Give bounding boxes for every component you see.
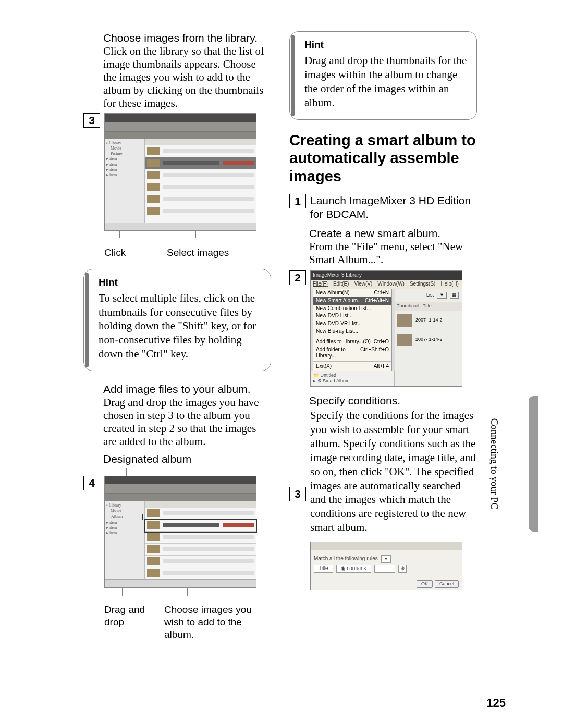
- r-step2-text: From the "File" menu, select "New Smart …: [309, 240, 477, 266]
- dlg-cancel-button[interactable]: Cancel: [435, 580, 459, 588]
- row-date-2: 2007- 1-14-2: [415, 337, 443, 343]
- dlg-field-op[interactable]: ◉ contains: [336, 565, 371, 573]
- hint-text: To select multiple files, click on the t…: [99, 291, 261, 361]
- r-step2-number: 2: [289, 270, 306, 285]
- r-step3-number: 3: [289, 487, 306, 501]
- ss-window-title: ImageMixer 3 Library: [311, 271, 462, 280]
- r-step3-screenshot: Match all the following rules ▾ Title ◉ …: [310, 542, 462, 590]
- step3-callout-lines: [104, 231, 255, 241]
- step4-callout-drag: Drag and drop: [104, 603, 164, 629]
- side-tab: Connecting to your PC: [527, 396, 538, 532]
- step4-text: Drag and drop the images you have chosen…: [103, 396, 271, 448]
- row-date-1: 2007- 1-14-2: [415, 317, 443, 324]
- step4-callout-choose: Choose images you wish to add to the alb…: [164, 603, 271, 641]
- dlg-field-title[interactable]: Title: [314, 565, 333, 573]
- step3-callout-click: Click: [104, 246, 146, 259]
- menu-add-files[interactable]: Add files to Library...(O)Ctrl+O: [313, 338, 391, 346]
- sidebar-smart-album[interactable]: ▸ ⚙ Smart Album: [313, 378, 391, 385]
- menu-new-bluray[interactable]: New Blu-ray List...: [313, 328, 391, 336]
- menu-new-album[interactable]: New Album(N)Ctrl+N: [313, 289, 391, 297]
- r-step1-number: 1: [289, 194, 306, 208]
- step3-callout-select: Select images: [146, 246, 271, 259]
- step3-number: 3: [83, 113, 100, 128]
- col-title: Title: [423, 303, 432, 310]
- step4-number: 4: [83, 476, 100, 490]
- menu-new-dvd[interactable]: New DVD List...: [313, 312, 391, 320]
- menu-exit[interactable]: Exit(X)Alt+F4: [313, 363, 391, 371]
- r-step3-title: Specify conditions.: [309, 394, 477, 408]
- menu-new-smart-album[interactable]: New Smart Album...Ctrl+Alt+N: [313, 297, 391, 305]
- sidebar-untitled[interactable]: 📁 Untitled: [313, 373, 391, 379]
- side-tab-label: Connecting to your PC: [489, 418, 500, 510]
- step3-text: Click on the library so that the list of…: [103, 45, 271, 110]
- col-thumbnail: Thumbnail: [397, 303, 423, 310]
- step4-top-pointer: [103, 468, 275, 476]
- dlg-field-value[interactable]: [374, 565, 395, 573]
- list-label: List: [426, 292, 434, 299]
- r-step2-title: Create a new smart album.: [309, 227, 477, 240]
- right-column: Hint Drag and drop the thumbnails for th…: [289, 31, 477, 646]
- menubar-settings[interactable]: Settings(S): [410, 281, 435, 288]
- step4-screenshot: ▪ Library Movie Album ▸ item ▸ item ▸ it…: [104, 476, 256, 588]
- section-heading: Creating a smart album to automatically …: [289, 131, 477, 186]
- step4-title: Add image files to your album.: [103, 382, 271, 396]
- hint-title-right: Hint: [304, 39, 467, 51]
- menu-new-dvdvr[interactable]: New DVD-VR List...: [313, 320, 391, 328]
- hint-box-right: Hint Drag and drop the thumbnails for th…: [289, 31, 477, 120]
- left-column: Choose images from the library. Click on…: [83, 31, 271, 646]
- menu-add-folder[interactable]: Add folder to Library...Ctrl+Shift+O: [313, 346, 391, 361]
- r-step3-text: Specify the conditions for the images yo…: [310, 409, 477, 535]
- r-step1-text: Launch ImageMixer 3 HD Edition for BDCAM…: [310, 194, 471, 220]
- step3-screenshot: ▪ Library Movie Picture ▸ item ▸ item ▸ …: [104, 113, 256, 231]
- dlg-ok-button[interactable]: OK: [417, 580, 433, 588]
- menubar-file[interactable]: File(F): [313, 281, 328, 288]
- hint-title: Hint: [99, 277, 261, 288]
- hint-text-right: Drag and drop the thumbnails for the ima…: [304, 54, 467, 110]
- step3-title: Choose images from the library.: [103, 31, 271, 45]
- dropdown-icon[interactable]: ▼: [437, 292, 447, 299]
- menubar-help[interactable]: Help(H): [440, 281, 458, 288]
- dlg-add-row-icon[interactable]: ⊕: [398, 565, 407, 573]
- hint-box-left: Hint To select multiple files, click on …: [83, 269, 271, 371]
- step4-designated-label: Designated album: [103, 452, 271, 466]
- menubar-edit[interactable]: Edit(E): [333, 281, 349, 288]
- menubar-view[interactable]: View(V): [354, 281, 372, 288]
- dlg-match-label: Match all the following rules: [314, 556, 378, 562]
- r-step2-screenshot: ImageMixer 3 Library File(F) Edit(E) Vie…: [310, 270, 462, 387]
- menubar-window[interactable]: Window(W): [377, 281, 405, 288]
- grid-icon[interactable]: ▦: [450, 292, 459, 299]
- menu-new-combo[interactable]: New Combination List...: [313, 305, 391, 313]
- page-number: 125: [486, 696, 506, 710]
- step4-callout-lines: [104, 588, 255, 598]
- dropdown-icon[interactable]: ▾: [381, 555, 391, 563]
